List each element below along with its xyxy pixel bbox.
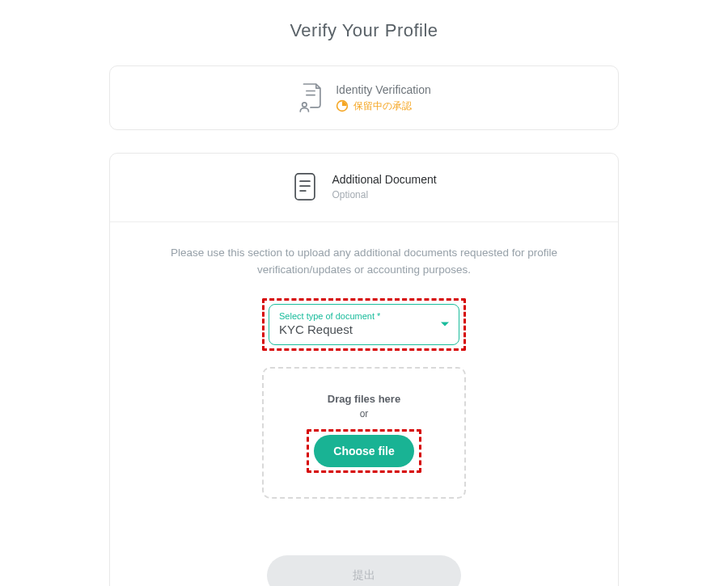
dropzone-drag-text: Drag files here xyxy=(278,393,450,405)
document-type-select[interactable]: Select type of document * KYC Request xyxy=(269,304,459,345)
pending-clock-icon xyxy=(336,99,349,112)
select-highlight-frame: Select type of document * KYC Request xyxy=(262,298,466,351)
identity-card: Identity Verification 保留中の承認 xyxy=(109,65,619,130)
identity-title: Identity Verification xyxy=(336,83,431,96)
identity-status-label: 保留中の承認 xyxy=(353,99,412,113)
document-instruction: Please use this section to upload any ad… xyxy=(110,222,618,295)
page-title: Verify Your Profile xyxy=(0,0,728,65)
document-person-icon xyxy=(297,82,324,113)
chevron-down-icon xyxy=(441,323,449,327)
main-container: Identity Verification 保留中の承認 Additional … xyxy=(109,65,619,586)
document-card: Additional Document Optional Please use … xyxy=(109,153,619,586)
document-subtitle: Optional xyxy=(332,189,436,200)
identity-status-row: 保留中の承認 xyxy=(336,99,431,113)
document-header-text: Additional Document Optional xyxy=(332,173,436,200)
dropzone-or-text: or xyxy=(278,408,450,419)
svg-point-2 xyxy=(303,103,307,107)
choose-file-highlight-frame: Choose file xyxy=(307,429,421,473)
submit-button[interactable]: 提出 xyxy=(267,555,461,586)
document-icon xyxy=(291,171,319,202)
document-type-value: KYC Request xyxy=(279,323,449,336)
identity-text-block: Identity Verification 保留中の承認 xyxy=(336,83,431,113)
file-dropzone[interactable]: Drag files here or Choose file xyxy=(262,367,466,499)
document-type-label: Select type of document * xyxy=(279,311,449,321)
document-title: Additional Document xyxy=(332,173,436,186)
document-header: Additional Document Optional xyxy=(110,154,618,222)
choose-file-button[interactable]: Choose file xyxy=(314,435,413,467)
